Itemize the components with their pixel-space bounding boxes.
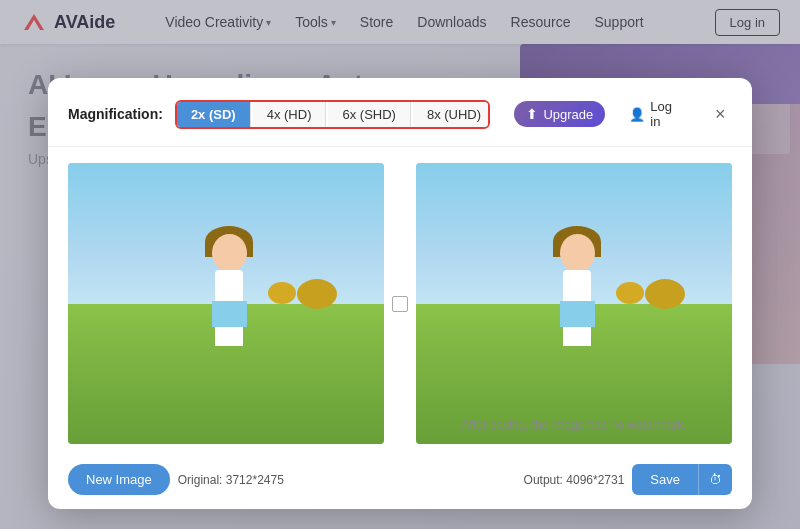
girl-figure <box>194 219 264 345</box>
output-image <box>416 163 732 444</box>
magnification-label: Magnification: <box>68 106 163 122</box>
close-button[interactable]: × <box>709 102 733 126</box>
original-image <box>68 163 384 444</box>
save-dropdown-button[interactable]: ⏱ <box>698 464 732 495</box>
image-divider <box>384 296 416 312</box>
footer-left: New Image Original: 3712*2475 <box>68 464 284 495</box>
modal: Magnification: 2x (SD) 4x (HD) 6x (SHD) … <box>48 78 752 509</box>
hay-bale-1 <box>297 279 337 309</box>
save-group: Save ⏱ <box>632 464 732 495</box>
modal-body: After saving, the image has no watermark… <box>48 147 752 456</box>
checkbox[interactable] <box>392 296 408 312</box>
modal-login-button[interactable]: 👤 Log in <box>617 94 696 134</box>
new-image-button[interactable]: New Image <box>68 464 170 495</box>
mag-2x-sd[interactable]: 2x (SD) <box>177 102 251 127</box>
mag-6x-shd[interactable]: 6x (SHD) <box>328 102 410 127</box>
output-dimensions: Output: 4096*2731 <box>524 473 625 487</box>
upgrade-icon: ⬆ <box>526 106 538 122</box>
hay-bale-2 <box>616 282 644 304</box>
hay-bale-2 <box>268 282 296 304</box>
girl-head <box>560 234 595 272</box>
mag-8x-uhd[interactable]: 8x (UHD) <box>413 102 490 127</box>
girl-figure <box>542 219 612 345</box>
mag-4x-hd[interactable]: 4x (HD) <box>253 102 327 127</box>
girl-shorts <box>212 301 247 326</box>
footer-right: Output: 4096*2731 Save ⏱ <box>524 464 732 495</box>
modal-header: Magnification: 2x (SD) 4x (HD) 6x (SHD) … <box>48 78 752 147</box>
output-image-container: After saving, the image has no watermark… <box>416 163 732 444</box>
clock-icon: ⏱ <box>709 472 722 487</box>
save-button[interactable]: Save <box>632 464 698 495</box>
original-image-container <box>68 163 384 444</box>
magnification-options: 2x (SD) 4x (HD) 6x (SHD) 8x (UHD) <box>175 100 491 129</box>
user-icon: 👤 <box>629 107 645 122</box>
upgrade-button[interactable]: ⬆ Upgrade <box>514 101 605 127</box>
girl-head <box>212 234 247 272</box>
original-dimensions: Original: 3712*2475 <box>178 473 284 487</box>
original-image-panel <box>68 163 384 444</box>
girl-shorts <box>560 301 595 326</box>
output-image-panel: After saving, the image has no watermark… <box>416 163 732 444</box>
hay-bale-1 <box>645 279 685 309</box>
modal-footer: New Image Original: 3712*2475 Output: 40… <box>48 456 752 509</box>
